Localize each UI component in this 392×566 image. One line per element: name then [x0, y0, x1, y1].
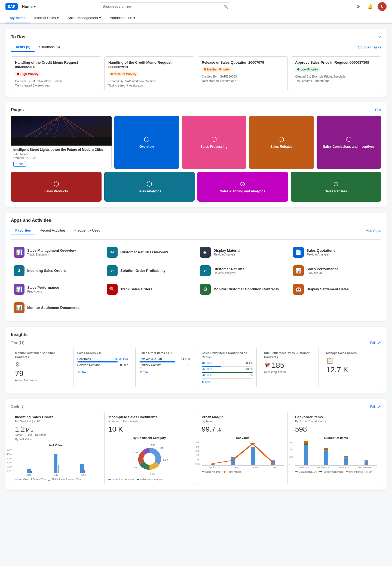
refresh-link[interactable]: ↻ now	[77, 370, 128, 374]
tile-manage-sales-orders[interactable]: Manage Sales Orders 📋 12.7 K	[322, 347, 381, 388]
item-link[interactable]: 28.2022	[202, 373, 212, 377]
settings-icon[interactable]: ⚙	[354, 2, 363, 11]
apps-section: Apps and Activities Favorites Recent Act…	[5, 213, 387, 321]
card-sub: By Top 4 Critical Plants	[295, 420, 377, 423]
insights-expand-icon[interactable]: ⤢	[378, 340, 381, 345]
card-backorder-items[interactable]: Backorder Items By Top 4 Critical Plants…	[291, 411, 381, 485]
search-input[interactable]	[100, 2, 230, 10]
tile-value-row: 📅 185	[264, 361, 315, 370]
tab-frequently-used[interactable]: Frequently Used	[70, 226, 105, 235]
svg-point-9	[143, 453, 155, 465]
task-card[interactable]: Handling of the Credit Memo Request 0060…	[104, 56, 194, 91]
bar-delayed	[365, 461, 368, 465]
bar-april-current	[27, 469, 31, 473]
app-monitor-customer-contracts[interactable]: ⚙ Monitor Customer Condition Contracts	[197, 281, 288, 297]
task-created-by: Created By: Example PricingSpecialist	[295, 75, 377, 78]
go-to-all-tasks-link[interactable]: Go to All Tasks	[358, 45, 381, 49]
sales-commissions-label: Sales Comissions and Incentives	[323, 145, 375, 149]
app-name: Sales Quotations	[307, 248, 335, 253]
bell-icon[interactable]: 🔔	[366, 2, 375, 11]
legend-label: Unconfirmed (No. Of)	[349, 470, 373, 473]
read-button[interactable]: Read	[13, 161, 26, 167]
task-card[interactable]: Handling of the Credit Memo Request 0060…	[11, 56, 101, 91]
app-incoming-sales-orders[interactable]: ⬇ Incoming Sales Orders	[11, 263, 102, 279]
page-tile-sales-products[interactable]: ⬡ Sales Products	[11, 172, 102, 202]
item-link[interactable]: 26.2039	[202, 367, 212, 371]
tile-monitor-contracts[interactable]: Monitor Customer Condition Contracts ⚙ 7…	[11, 347, 70, 388]
page-tile-sales-analytics[interactable]: ⬡ Sales Analytics	[104, 172, 195, 202]
app-icon-customer-returns: ↩	[200, 265, 211, 276]
legend-quotation: Quotation	[108, 478, 122, 481]
page-tile-sales-rebates[interactable]: ⬡ Sales Rebates	[249, 116, 314, 169]
tile-due-settlement-dates[interactable]: Due Settlement Dates Customer Contracts …	[260, 347, 319, 388]
insights-edit-link[interactable]: Edit	[370, 341, 376, 345]
add-apps-link[interactable]: Add Apps	[366, 229, 381, 233]
bar-june-prev	[84, 470, 85, 473]
legend-dot	[346, 471, 348, 472]
tab-recent-activities[interactable]: Recent Activities	[35, 226, 70, 235]
legend-unconfirmed: Unconfirmed (No. Of)	[346, 470, 373, 473]
app-display-material[interactable]: ◈ Display Material Flexible Analysis	[197, 244, 288, 260]
app-customer-returns[interactable]: ↩ Customer Returns Flexible Analysis	[197, 263, 288, 279]
app-track-sales-orders[interactable]: 🔍 Track Sales Orders	[104, 281, 195, 297]
app-solution-order-profitability[interactable]: ↩ Solution Order Profitability	[104, 263, 195, 279]
tile-sales-orders-ytd[interactable]: Sales Orders YTD Confirmed 9.92M USD Del…	[73, 347, 132, 388]
tab-favorites[interactable]: Favorites	[11, 226, 35, 235]
chart-labels: April 2022MayJuneJuly	[202, 466, 284, 469]
legend-label: Order	[128, 478, 134, 481]
page-tile-sales-planning[interactable]: ⊙ Sales Planning and Analytics	[197, 172, 288, 202]
task-card[interactable]: Release of Sales Quotation 20007076 Medi…	[198, 56, 288, 91]
expand-todos-icon[interactable]: ⤢	[378, 35, 381, 39]
app-info: Monitor Customer Condition Contracts	[213, 287, 279, 291]
legend-label: Net Value of Previous Year	[52, 478, 81, 481]
nav-item-sales-management[interactable]: Sales Management ▾	[63, 13, 105, 23]
overview-label: Overview	[139, 145, 154, 149]
tab-situations[interactable]: Situations (5)	[35, 43, 64, 52]
nav-item-my-home[interactable]: My Home	[5, 13, 30, 23]
nav-item-administration[interactable]: Administration ▾	[105, 13, 139, 23]
bar-unconfirmed	[304, 441, 308, 444]
page-tile-sales-rebates-2[interactable]: ⊙ Sales Rebates	[291, 172, 381, 202]
page-tile-overview[interactable]: ⬡ Overview	[114, 116, 179, 169]
app-customer-returns-overview[interactable]: ↩ Customer Returns Overview	[104, 244, 195, 260]
todos-section: To Dos ⤢ Tasks (5) Situations (5) Go to …	[5, 29, 387, 97]
page-image-card[interactable]: Intelligent Street Lights power the Futu…	[11, 116, 112, 169]
app-display-settlement-dates[interactable]: 📅 Display Settlement Dates	[290, 281, 381, 297]
tile-sales-order-items-ytd[interactable]: Sales Order Items YTD Delayed (No. Of) 1…	[135, 347, 194, 388]
cards-expand-icon[interactable]: ⤢	[378, 404, 381, 409]
tile-sales-order-items-confirmed[interactable]: Sales Order Items Confirmed as Reque... …	[198, 347, 257, 388]
app-sales-quotations[interactable]: 📄 Sales Quotations Flexible Analysis	[290, 244, 381, 260]
pages-edit-link[interactable]: Edit	[375, 108, 381, 112]
card-incoming-sales-orders[interactable]: Incoming Sales Orders For Walldorf | EUR…	[11, 411, 101, 485]
user-avatar[interactable]: U	[378, 2, 387, 11]
calendar-icon: 📅	[264, 362, 270, 368]
card-incomplete-sales-docs[interactable]: Incomplete Sales Documents Number of Doc…	[104, 411, 194, 485]
card-profit-margin[interactable]: Profit Margin By Month 99.7 % Net Value …	[198, 411, 288, 485]
page-tile-sales-commissions[interactable]: ⬡ Sales Comissions and Incentives	[317, 116, 381, 169]
app-monitor-settlement-documents[interactable]: 📊 Monitor Settlement Documents	[11, 300, 102, 316]
pages-grid-row2: ⬡ Sales Products ⬡ Sales Analytics ⊙ Sal…	[11, 172, 381, 202]
home-label: Home	[22, 4, 33, 9]
cards-edit-link[interactable]: Edit	[370, 405, 376, 409]
search-icon[interactable]: 🔍	[224, 4, 228, 8]
task-card[interactable]: Approve Sales Price in Request 000008730…	[291, 56, 381, 91]
sales-rebates-icon: ⬡	[278, 136, 284, 143]
page-tile-sales-processing[interactable]: ⬡ Sales Processing	[182, 116, 247, 169]
refresh-link[interactable]: ↻ now	[202, 380, 253, 384]
tab-tasks[interactable]: Tasks (5)	[11, 43, 35, 52]
app-icon-monitor-contracts: ⚙	[200, 284, 211, 295]
app-info: Sales Performance Predictions	[27, 285, 59, 293]
app-sales-management-overview[interactable]: 📊 Sales Management Overview Track Execut…	[11, 244, 102, 260]
app-sales-performance-predictions[interactable]: 📊 Sales Performance Predictions	[11, 281, 102, 297]
chart-title: Net Value	[15, 444, 97, 447]
delta-icon: ▲	[30, 429, 33, 432]
app-sales-performance[interactable]: 📊 Sales Performance Plan/Actual	[290, 263, 381, 279]
home-title[interactable]: Home ▾	[22, 4, 36, 9]
legend-label: Quotation	[112, 478, 122, 481]
sap-logo[interactable]: SAP	[5, 3, 18, 10]
item-link[interactable]: 48.2039	[202, 361, 212, 365]
refresh-link[interactable]: ↻ now	[139, 370, 190, 374]
app-name: Display Material	[213, 248, 240, 253]
nav-item-internal-sales[interactable]: Internal Sales ▾	[30, 13, 63, 23]
app-desc: Flexible Analysis	[307, 253, 335, 256]
